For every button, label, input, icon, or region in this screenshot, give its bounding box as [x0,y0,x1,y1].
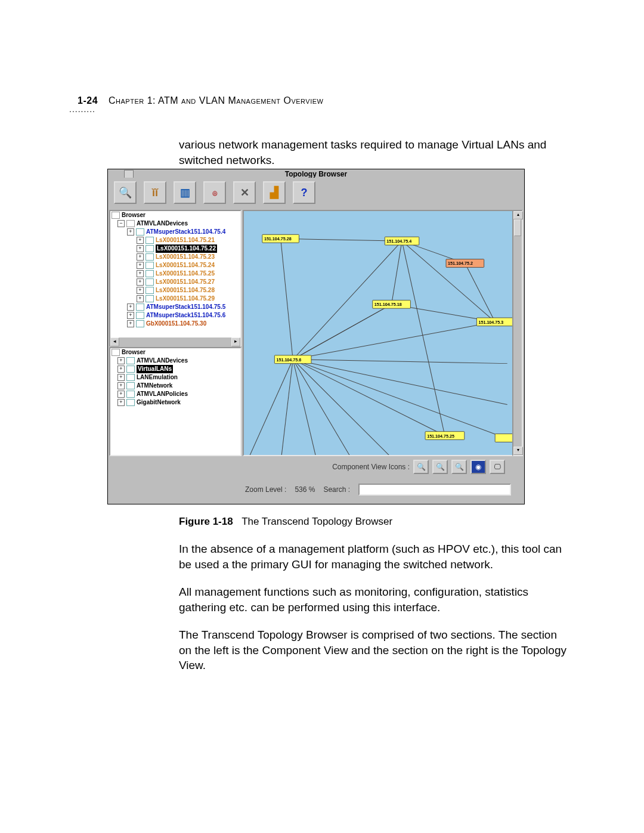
topology-map[interactable]: 151.104.75.28151.104.75.4151.104.75.2151… [243,210,515,456]
expand-icon[interactable]: + [117,366,125,373]
expand-icon[interactable]: + [137,270,144,277]
figure-caption: Figure 1-18 The Transcend Topology Brows… [179,516,392,528]
device-icon [145,278,154,286]
expand-icon[interactable]: + [127,312,134,319]
svg-text:151.104.75.18: 151.104.75.18 [374,302,402,306]
tree-item[interactable]: +GbX000151.104.75.30 [110,320,240,328]
page: 1-24 Chapter 1: ATM and VLAN Management … [0,0,644,833]
search-button[interactable]: 🔍 [114,181,137,204]
tree-item[interactable]: +LANEmulation [110,373,240,382]
svg-text:151.104.75.6: 151.104.75.6 [276,358,301,362]
svg-line-10 [293,360,505,438]
device-icon [136,304,144,311]
map-v-scrollbar[interactable]: ▴ ▾ [512,210,523,456]
stats-button[interactable]: ▥ [174,181,196,204]
expand-icon[interactable]: + [127,304,134,311]
tree-item[interactable]: +LsX000151.104.75.22 [110,244,240,253]
figure-label: Figure 1-18 [179,516,233,527]
find-button[interactable]: ĭĭ [144,181,166,204]
lan-button[interactable]: ▟ [263,181,286,204]
window-close-button[interactable] [124,170,134,178]
tree-item[interactable]: +ATMVLANPolicies [110,390,240,398]
stats-icon: ▥ [180,186,190,199]
body-paragraph-3: The Transcend Topology Browser is compri… [179,627,572,673]
expand-icon[interactable]: + [117,391,125,398]
delete-button[interactable]: ✕ [233,181,256,204]
expand-icon[interactable]: + [137,278,144,286]
expand-icon[interactable]: + [117,399,125,406]
header-dots-icon: ········· [69,106,95,116]
expand-icon[interactable]: + [127,320,134,327]
zoom-fit-button[interactable]: 🔍 [451,460,467,474]
device-icon [145,253,154,261]
scroll-right-icon[interactable]: ▸ [231,337,240,346]
expand-icon[interactable]: + [137,287,144,294]
device-icon [145,270,154,277]
body-paragraph-1: In the absence of a management platform … [179,541,572,572]
tree-item[interactable]: +ATMVLANDevices [110,357,240,365]
expand-icon[interactable]: + [117,382,125,389]
scroll-down-icon[interactable]: ▾ [513,447,523,455]
tree-root[interactable]: Browser [110,348,240,357]
device-icon [145,287,154,294]
expand-icon[interactable]: + [137,262,144,269]
lan-icon: ▟ [270,186,278,199]
tree-root[interactable]: Browser [110,211,240,219]
expand-icon[interactable]: + [137,253,144,261]
collapse-icon[interactable]: − [117,220,125,227]
folder-icon [126,391,135,398]
tree-item[interactable]: +LsX000151.104.75.21 [110,236,240,244]
tree-item[interactable]: +LsX000151.104.75.24 [110,261,240,270]
folder-icon [126,366,135,373]
tree-item[interactable]: +LsX000151.104.75.25 [110,270,240,278]
svg-line-19 [293,360,507,405]
page-number: 1-24 [78,95,98,106]
help-button[interactable]: ? [293,181,315,204]
device-icon [145,245,154,252]
delete-icon: ✕ [240,186,249,199]
tree-item[interactable]: +LsX000151.104.75.29 [110,295,240,303]
search-input[interactable] [358,484,511,496]
folder-icon [126,357,135,364]
tree-group[interactable]: −ATMVLANDevices [110,219,240,228]
tree-item[interactable]: +LsX000151.104.75.27 [110,278,240,286]
root-icon [112,349,120,356]
disc-icon: ◎ [212,190,218,196]
page-header: 1-24 Chapter 1: ATM and VLAN Management … [78,95,572,106]
monitor-button[interactable]: 🖵 [490,460,505,474]
expand-icon[interactable]: + [117,357,125,364]
zoom-in-button[interactable]: 🔍 [413,460,429,474]
tree-item[interactable]: +ATMNetwork [110,382,240,390]
globe-button[interactable]: ◉ [470,460,486,474]
tree-item[interactable]: +ATMsuperStack151.104.75.6 [110,311,240,320]
topology-browser-window: Topology Browser 🔍 ĭĭ ▥ ◎ ✕ ▟ ? Browser−… [107,169,525,504]
tree-h-scrollbar[interactable]: ◂ ▸ [109,337,242,346]
expand-icon[interactable]: + [137,245,144,252]
svg-line-16 [293,360,317,455]
tree-item[interactable]: +ATMsuperStack151.104.75.5 [110,303,240,311]
tree-item[interactable]: +ATMsuperStack151.104.75.4 [110,228,240,236]
scroll-thumb[interactable] [514,219,521,236]
topology-svg: 151.104.75.28151.104.75.4151.104.75.2151… [244,211,513,455]
folder-icon [126,220,135,227]
device-icon [136,228,144,236]
tree-item[interactable]: +LsX000151.104.75.28 [110,286,240,295]
discover-button[interactable]: ◎ [203,181,226,204]
expand-icon[interactable]: + [137,295,144,302]
bottom-bar: Component View Icons : 🔍 🔍 🔍 ◉ 🖵 Zoom Le… [109,457,523,503]
tree-item[interactable]: +LsX000151.104.75.23 [110,253,240,261]
expand-icon[interactable]: + [117,374,125,381]
tree-item[interactable]: +GigabitNetwork [110,398,240,407]
search-icon: 🔍 [119,186,132,199]
category-tree[interactable]: Browser+ATMVLANDevices+VirtualLANs+LANEm… [109,347,242,456]
scroll-left-icon[interactable]: ◂ [110,337,119,346]
svg-line-9 [293,304,391,359]
device-tree[interactable]: Browser−ATMVLANDevices+ATMsuperStack151.… [109,210,242,340]
root-icon [112,212,120,219]
expand-icon[interactable]: + [137,237,144,244]
expand-icon[interactable]: + [127,228,134,236]
tree-item[interactable]: +VirtualLANs [110,365,240,373]
scroll-up-icon[interactable]: ▴ [513,211,523,219]
device-icon [136,320,144,327]
zoom-out-button[interactable]: 🔍 [432,460,448,474]
